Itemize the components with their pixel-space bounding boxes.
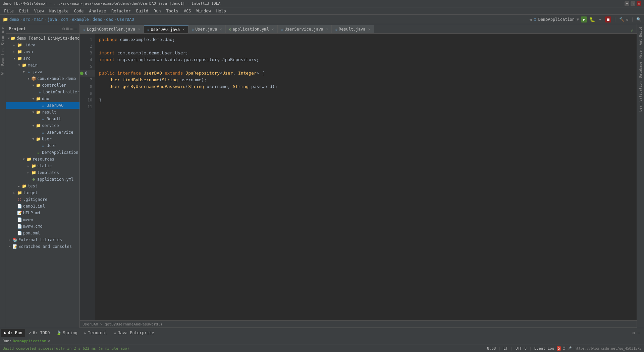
run-app-name[interactable]: DemoApplication [13,339,46,343]
tree-item-service[interactable]: ▼ 📁 service [6,122,79,129]
dropdown-icon[interactable]: ▼ [577,17,579,22]
menu-refactor[interactable]: Refactor [109,8,133,14]
tree-item-mvnw-cmd[interactable]: 📄 mvnw.cmd [6,223,79,230]
tree-item-scratches[interactable]: ► 📝 Scratches and Consoles [6,243,79,250]
back-icon[interactable]: ◄ [529,17,531,22]
sidebar-settings-icon[interactable]: ⚙ [62,26,65,31]
maximize-button[interactable]: □ [631,1,635,6]
tree-item-application-yml[interactable]: ⚙ application.yml [6,176,79,183]
nav-dao[interactable]: dao [106,17,113,22]
java-enterprise-tab[interactable]: ☕ Java Enterprise [111,329,157,337]
tree-item-demoapplication[interactable]: ☕ DemoApplication [6,149,79,156]
tree-item-logincontroller[interactable]: ☕ LoginController [6,89,79,95]
tree-item-pom-xml[interactable]: 📄 pom.xml [6,230,79,236]
todo-tab[interactable]: ✓ 6: TODO [26,329,53,337]
nav-com[interactable]: com [61,17,68,22]
menu-file[interactable]: File [1,8,16,14]
nav-demo2[interactable]: demo [93,17,102,22]
tree-item-mvnw[interactable]: 📄 mvnw [6,216,79,223]
menu-help[interactable]: Help [214,8,229,14]
menu-code[interactable]: Code [71,8,87,14]
minimize-button[interactable]: ─ [625,1,629,6]
line-ending[interactable]: LF [503,346,508,351]
tree-item-mvn[interactable]: ► 📁 .mvn [6,48,79,55]
menu-analyze[interactable]: Analyze [86,8,109,14]
menu-view[interactable]: View [32,8,47,14]
menu-navigate[interactable]: Navigate [47,8,71,14]
sidebar-layout-icon[interactable]: ⊞ [66,26,69,31]
code-editor[interactable]: 1 2 3 4 5 ⬤6 7 8 9 10 11 package com.exa… [80,34,637,320]
menu-tools[interactable]: Tools [164,8,181,14]
bean-validation-panel[interactable]: Bean Validation [639,81,642,112]
bottom-gear-icon[interactable]: ⚙ [633,331,635,335]
close-tab-userservice[interactable]: ✕ [326,27,328,32]
tree-item-demo1-iml[interactable]: 📄 demo1.iml [6,203,79,210]
tab-user[interactable]: ☕ User.java ✕ [189,25,226,33]
terminal-tab[interactable]: ▸ Terminal [82,329,110,337]
tree-item-user-class[interactable]: ☕ User [6,142,79,149]
stop-button[interactable]: ■ [605,16,611,23]
tree-item-test[interactable]: ► 📁 test [6,183,79,189]
tab-result[interactable]: ☕ Result.java ✕ [332,25,374,33]
tree-item-dao[interactable]: ▼ 📁 dao [6,95,79,102]
run-tab[interactable]: ▶ 4: Run [1,329,25,337]
tree-item-controller[interactable]: ▼ 📁 controller [6,82,79,89]
tab-logincontroller[interactable]: ☕ LoginController.java ✕ [80,25,144,33]
tree-item-userdao[interactable]: ☕ UserDAO [6,102,79,109]
tab-application-yml[interactable]: ⚙ application.yml ✕ [226,25,278,33]
spring-tab[interactable]: 🍃 Spring [54,329,80,337]
nav-src[interactable]: src [23,17,30,22]
sidebar-collapse-icon[interactable]: — [74,26,77,31]
tree-item-main[interactable]: ▼ 📁 main [6,62,79,69]
favorites-tab[interactable]: Favorites [1,48,5,66]
close-tab-logincontroller[interactable]: ✕ [138,27,140,32]
tree-item-external-libs[interactable]: ► 📚 External Libraries [6,236,79,243]
tree-item-demo[interactable]: ▼ 📁 demo [demo1] E:\MySts\demo [6,35,79,42]
tree-item-src[interactable]: ▼ 📁 src [6,55,79,62]
menu-run[interactable]: Run [151,8,164,14]
nav-userdao[interactable]: UserDAO [117,17,134,22]
tree-item-result-folder[interactable]: ▼ 📁 result [6,109,79,116]
close-tab-yml[interactable]: ✕ [272,27,274,32]
event-log[interactable]: Event Log [534,346,554,351]
tab-userservice[interactable]: ☕ UserService.java ✕ [278,25,332,33]
tree-item-resources[interactable]: ▼ 📁 resources [6,156,79,163]
code-content[interactable]: package com.example.demo.dao; import com… [95,34,637,320]
tab-userdao[interactable]: ☕ UserDAO.java ✕ [144,25,189,33]
web-tab[interactable]: Web [1,69,5,75]
tree-item-static[interactable]: ► 📁 static [6,163,79,169]
tree-item-result-class[interactable]: ☕ Result [6,116,79,122]
maven-panel[interactable]: Maven [639,48,642,58]
ant-build-panel[interactable]: Ant Build [639,27,642,45]
database-panel[interactable]: Database [639,62,642,78]
close-button[interactable]: ✕ [637,1,641,6]
nav-main[interactable]: main [34,17,44,22]
tree-item-templates[interactable]: ► 📁 templates [6,169,79,176]
run-button[interactable]: ▶ [581,16,587,23]
search-everywhere-icon[interactable]: 🔍 [636,17,641,22]
nav-java[interactable]: java [47,17,57,22]
tree-item-com-example-demo[interactable]: ▼ 📦 com.example.demo [6,75,79,82]
bottom-collapse-icon[interactable]: — [638,331,640,335]
close-tab-user[interactable]: ✕ [220,27,222,32]
tree-item-gitignore[interactable]: ⬡ .gitignore [6,196,79,203]
menu-build[interactable]: Build [133,8,151,14]
menu-window[interactable]: Window [194,8,213,14]
close-tab-result[interactable]: ✕ [368,27,371,32]
tree-item-user-folder[interactable]: ▼ 📁 User [6,136,79,142]
sync-icon[interactable]: ↺ [626,17,629,22]
tree-item-idea[interactable]: ► 📁 .idea [6,42,79,48]
sidebar-filter-icon[interactable]: ≡ [70,26,73,31]
nav-example[interactable]: example [72,17,89,22]
tree-item-java[interactable]: ▼ ☕ java [6,69,79,75]
run-close-icon[interactable]: ✕ [48,339,50,343]
tree-item-userservice[interactable]: ☕ UserService [6,129,79,136]
tree-item-help-md[interactable]: 📝 HELP.md [6,210,79,216]
tree-item-target[interactable]: ► 📁 target [6,189,79,196]
structure-tab[interactable]: Structure [1,27,5,45]
coverage-button[interactable]: ☂ [597,16,603,23]
nav-demo[interactable]: demo [9,17,19,22]
debug-button[interactable]: 🐛 [589,16,595,23]
menu-vcs[interactable]: VCS [181,8,194,14]
encoding[interactable]: UTF-8 [516,346,527,351]
